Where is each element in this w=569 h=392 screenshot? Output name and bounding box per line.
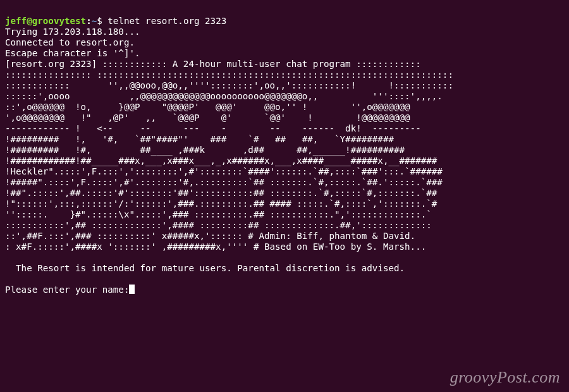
ascii-art-line: : x#F.:::::',####x ':::::::' ,#########x… bbox=[5, 242, 426, 252]
ascii-art-line: :::::::::::',## :::::::::::::',#### ::::… bbox=[5, 220, 432, 230]
ascii-art-line: !"::::::',:::,::::::'/:'::::::',###.::::… bbox=[5, 199, 437, 209]
connect-line: Trying 173.203.118.180... bbox=[5, 27, 140, 37]
prompt-path: ~ bbox=[92, 16, 97, 26]
ascii-art-line: !Heckler".::::',F.:::','::::::::',#'::::… bbox=[5, 166, 443, 176]
ascii-art-line: ',o@@@@@@@@ !" ,@P' ,, `@@@P @' `@@' ! !… bbox=[5, 113, 410, 123]
ascii-art-line: '':::::. }#".:::::\x".::::',### ::::::::… bbox=[5, 209, 432, 219]
prompt-sep: : bbox=[86, 16, 92, 26]
ascii-art-line: :::::::::::: '',,@@ooo,@@o,,''''::::::::… bbox=[5, 80, 453, 90]
notice-text: The Resort is intended for mature users.… bbox=[5, 263, 405, 273]
cursor-icon[interactable] bbox=[129, 285, 135, 294]
ascii-art-line: !######### !, '#, `##"####"' ### `# ## #… bbox=[5, 134, 394, 144]
connect-line: Connected to resort.org. bbox=[5, 37, 135, 47]
prompt-host: groovytest bbox=[32, 16, 86, 26]
ascii-art-line: ::',o@@@@@@ !o, }@@P "@@@@P' @@@' @@o,''… bbox=[5, 102, 410, 112]
name-prompt: Please enter your name: bbox=[5, 285, 129, 295]
watermark-text: groovyPost.com bbox=[450, 368, 560, 387]
prompt: jeff@groovytest:~$ bbox=[5, 16, 107, 26]
prompt-dollar: $ bbox=[97, 16, 107, 26]
ascii-art-line: ------------ ! <-- -- --- - -- ------ dk… bbox=[5, 123, 421, 133]
banner-header: [resort.org 2323] :::::::::::: A 24-hour… bbox=[5, 59, 421, 69]
prompt-user: jeff bbox=[5, 16, 27, 26]
terminal-window[interactable]: jeff@groovytest:~$ telnet resort.org 232… bbox=[0, 0, 569, 302]
ascii-art-line: !############!##_____###x,___,x###x___,_… bbox=[5, 156, 437, 166]
prompt-at: @ bbox=[27, 16, 32, 26]
ascii-art-line: !##".:::::',##.:::::'#'::::::::'##':::::… bbox=[5, 188, 437, 198]
ascii-art-line: !#####".::::',F.::::',#'.:::::::'#,.::::… bbox=[5, 177, 443, 187]
ascii-art-line: !######### !#, ##____ ,###k ,d## ##,____… bbox=[5, 145, 405, 155]
connect-line: Escape character is '^]'. bbox=[5, 48, 140, 58]
ascii-art-line: ::',##F.:::',### ::::::::::' x#####x,'::… bbox=[5, 231, 415, 241]
command-text: telnet resort.org 2323 bbox=[107, 16, 226, 26]
ascii-art-line: ::::::',oooo ,,@@@@@@@@@@@@@oooooooooo@@… bbox=[5, 91, 443, 101]
ascii-art-line: :::::::::::::::: :::::::::::::::::::::::… bbox=[5, 70, 453, 80]
